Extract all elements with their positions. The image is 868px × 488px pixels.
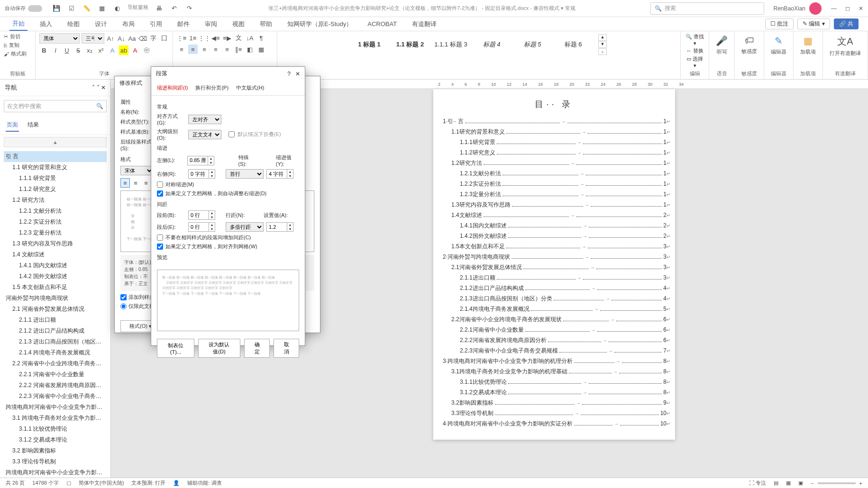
tabs-button[interactable]: 制表位(T)... <box>157 339 194 358</box>
nav-tab-results[interactable]: 结果 <box>27 119 40 132</box>
nav-item[interactable]: 1.4.1 国内文献综述 <box>4 260 107 271</box>
tab-view[interactable]: 视图 <box>229 18 247 30</box>
spell-check-icon[interactable]: ▢ <box>66 480 71 486</box>
style-heading3[interactable]: 1.1.1 标题 3 <box>432 33 469 56</box>
align-center-icon[interactable]: ≡ <box>188 45 198 54</box>
only-doc-radio[interactable] <box>120 303 127 309</box>
bullets-icon[interactable]: ⋮≡ <box>177 33 186 43</box>
strike-icon[interactable]: S̶ <box>73 45 83 55</box>
view-web-icon[interactable]: ▣ <box>798 480 803 486</box>
toggle-switch[interactable] <box>28 5 42 12</box>
nav-item[interactable]: 2.2.3 河南省中小企业电子商务交易规模 <box>4 391 107 402</box>
sort-icon[interactable]: ↓A <box>245 33 255 43</box>
tab-help[interactable]: 帮助 <box>257 18 275 30</box>
select-button[interactable]: ▭ 选择 ▾ <box>685 55 705 69</box>
nav-item[interactable]: 1.2 研究方法 <box>4 195 107 206</box>
increase-font-icon[interactable]: A↑ <box>106 34 115 43</box>
nav-item[interactable]: 2.2 河南省中小企业跨境电子商务的发展现状 <box>4 358 107 369</box>
by-input[interactable]: ▲▼ <box>266 169 293 179</box>
font-name-select[interactable]: 黑体 <box>39 33 80 44</box>
special-select[interactable]: 首行 <box>226 169 264 179</box>
bold-icon[interactable]: B <box>39 45 49 55</box>
nav-item[interactable]: 1.1 研究的背景和意义 <box>4 162 107 173</box>
nav-item[interactable]: 跨境电商对河南省中小企业竞争力影响的实证分析 <box>4 467 107 478</box>
copy-button[interactable]: ⎘ 复制 <box>4 42 31 49</box>
zoom-out-icon[interactable]: − <box>811 480 813 486</box>
cut-button[interactable]: ✂ 剪切 <box>4 33 31 40</box>
nav-item[interactable]: 1.2.1 文献分析法 <box>4 206 107 217</box>
find-button[interactable]: 🔍 查找 ▾ <box>685 33 705 46</box>
tab-youdao[interactable]: 有道翻译 <box>409 18 439 30</box>
nav-item[interactable]: 3.3 理论传导机制 <box>4 456 107 467</box>
after-input[interactable]: ▲▼ <box>188 222 215 232</box>
style-scroll-up[interactable]: ▲ <box>598 34 607 41</box>
style-more[interactable]: ⌄ <box>598 48 607 55</box>
font-color-icon[interactable]: A <box>130 45 140 55</box>
nav-item[interactable]: 1.2.3 定量分析法 <box>4 227 107 238</box>
para-tab-break[interactable]: 换行和分页(P) <box>195 83 228 92</box>
help-icon[interactable]: ? <box>287 71 291 77</box>
snap-grid-checkbox[interactable] <box>157 244 163 250</box>
accessibility-icon[interactable]: 👤 <box>173 480 180 486</box>
nav-item[interactable]: 河南外贸与跨境电商现状 <box>4 293 107 304</box>
add-to-gallery-checkbox[interactable] <box>120 294 127 300</box>
right-indent-input[interactable]: ▲▼ <box>188 169 215 179</box>
view-print-icon[interactable]: ▦ <box>786 480 791 486</box>
nav-down-icon[interactable]: ˅ <box>97 84 100 91</box>
before-input[interactable]: ▲▼ <box>188 210 215 220</box>
change-case-icon[interactable]: Aa <box>128 34 137 43</box>
tab-refs[interactable]: 引用 <box>147 18 165 30</box>
page-count[interactable]: 共 26 页 <box>6 479 25 487</box>
tab-draw[interactable]: 绘图 <box>64 18 82 30</box>
show-marks-icon[interactable]: ¶ <box>256 33 266 43</box>
cancel-button[interactable]: 取消 <box>274 339 299 358</box>
asian-layout-icon[interactable]: 文 <box>234 33 243 43</box>
ruler-icon[interactable]: 📏 <box>82 4 91 13</box>
borders-icon[interactable]: ▦ <box>256 45 266 54</box>
fmt-align-center-icon[interactable]: ≡ <box>131 178 140 188</box>
style-heading4[interactable]: 标题 4 <box>473 33 510 56</box>
distribute-icon[interactable]: ≡ <box>222 45 232 54</box>
minimize-icon[interactable]: — <box>831 5 837 12</box>
increase-indent-icon[interactable]: ≡▶ <box>222 33 232 43</box>
close-icon[interactable]: ✕ <box>295 71 300 77</box>
checkbox-icon[interactable]: ☑ <box>67 4 76 13</box>
highlight-icon[interactable]: ab <box>119 45 128 55</box>
editing-button[interactable]: ✎ 编辑 ▾ <box>797 18 830 29</box>
nav-item[interactable]: 2.1.3 进出口商品按国别（地区）分类 <box>4 336 107 347</box>
nav-tab-headings[interactable]: 页面 <box>6 119 19 132</box>
ok-button[interactable]: 确定 <box>244 339 270 358</box>
nav-item[interactable]: 1.5 本文创新点和不足 <box>4 282 107 293</box>
nav-item[interactable]: 3.1 跨境电子商务对企业竞争力影响的机理基础 <box>4 413 107 424</box>
mirror-indent-checkbox[interactable] <box>157 181 163 188</box>
nav-item[interactable]: 跨境电商对河南省中小企业竞争力影响的机理分析 <box>4 402 107 413</box>
clear-format-icon[interactable]: ⌫ <box>138 34 147 43</box>
decrease-indent-icon[interactable]: ◀≡ <box>211 33 220 43</box>
multilevel-icon[interactable]: ⋮⋮ <box>200 33 209 43</box>
nav-jump-button[interactable]: ▲ <box>4 137 107 147</box>
line-spacing-icon[interactable]: ‖≡ <box>234 45 243 54</box>
format-font-select[interactable]: 宋体 <box>120 166 154 175</box>
align-right-icon[interactable]: ≡ <box>200 45 209 54</box>
tab-home[interactable]: 开始 <box>9 18 27 31</box>
italic-icon[interactable]: I <box>51 45 60 55</box>
view-read-icon[interactable]: ▤ <box>774 480 778 486</box>
at-input[interactable]: ▲▼ <box>266 222 293 232</box>
nav-item[interactable]: 1.4 文献综述 <box>4 249 107 260</box>
nav-item[interactable]: 2.1.2 进出口产品结构构成 <box>4 325 107 336</box>
accessibility[interactable]: 辅助功能: 调查 <box>187 479 221 487</box>
auto-save-toggle[interactable]: 自动保存 <box>5 5 42 12</box>
tab-cnki[interactable]: 知网研学（原E-Study） <box>284 18 355 30</box>
zoom-in-icon[interactable]: + <box>859 480 862 486</box>
nav-item[interactable]: 1.4.2 国外文献综述 <box>4 271 107 282</box>
nav-item[interactable]: 2.1.1 进出口额 <box>4 315 107 325</box>
tab-insert[interactable]: 插入 <box>37 18 55 30</box>
style-heading5[interactable]: 标题 5 <box>514 33 551 56</box>
no-space-same-checkbox[interactable] <box>157 235 163 241</box>
format-painter-button[interactable]: 🖌 格式刷 <box>4 50 31 57</box>
translate-button[interactable]: 文A打开有道翻译 <box>827 33 864 59</box>
share-button[interactable]: 🔗 共 <box>834 18 859 29</box>
tab-mail[interactable]: 邮件 <box>174 18 192 30</box>
default-button[interactable]: 设为默认值(D) <box>198 339 240 358</box>
nav-item[interactable]: 1.1.1 研究背景 <box>4 173 107 184</box>
